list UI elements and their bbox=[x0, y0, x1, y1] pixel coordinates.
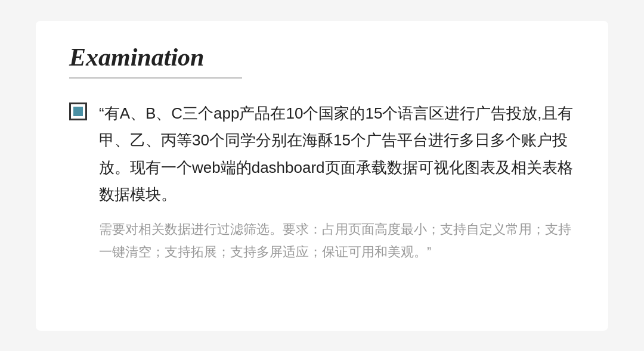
content-section: “有A、B、C三个app产品在10个国家的15个语言区进行广告投放,且有甲、乙、… bbox=[69, 100, 575, 264]
icon-area bbox=[69, 102, 87, 264]
sub-paragraph: 需要对相关数据进行过滤筛选。要求：占用页面高度最小；支持自定义常用；支持一键清空… bbox=[99, 218, 575, 264]
title-section: Examination bbox=[69, 42, 575, 81]
page-title: Examination bbox=[69, 42, 575, 72]
title-underline bbox=[69, 77, 242, 79]
square-checkbox-icon bbox=[69, 102, 87, 120]
main-paragraph: “有A、B、C三个app产品在10个国家的15个语言区进行广告投放,且有甲、乙、… bbox=[99, 100, 575, 209]
text-area: “有A、B、C三个app产品在10个国家的15个语言区进行广告投放,且有甲、乙、… bbox=[99, 100, 575, 264]
page-container: Examination “有A、B、C三个app产品在10个国家的15个语言区进… bbox=[0, 0, 644, 351]
content-card: Examination “有A、B、C三个app产品在10个国家的15个语言区进… bbox=[36, 21, 608, 331]
